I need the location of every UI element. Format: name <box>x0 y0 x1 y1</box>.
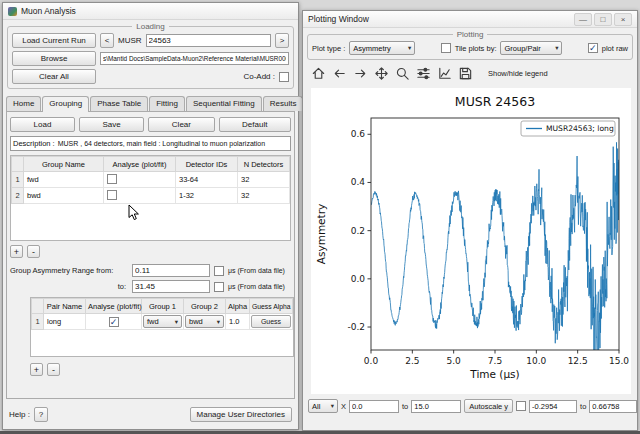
browse-button[interactable]: Browse <box>12 51 96 66</box>
pair-table-row-long[interactable]: 1 long ✓ fwd▾ bwd▾ 1.0 Guess <box>32 314 293 330</box>
detector-ids-cell[interactable]: 33-64 <box>176 172 238 188</box>
pair-table-corner <box>32 299 44 314</box>
tab-results[interactable]: Results <box>263 96 304 111</box>
pair-analyse-checkbox[interactable]: ✓ <box>109 317 119 327</box>
tile-plots-checkbox[interactable] <box>441 43 451 53</box>
run-number-input[interactable] <box>146 34 271 47</box>
desktop: Muon Analysis Loading Load Current Run <… <box>0 0 640 434</box>
back-button[interactable] <box>330 65 349 82</box>
muon-window-titlebar[interactable]: Muon Analysis <box>3 3 298 20</box>
group-name-cell[interactable]: bwd <box>24 188 104 204</box>
svg-text:0.6: 0.6 <box>351 129 366 139</box>
file-path-input[interactable] <box>100 52 289 65</box>
zoom-button[interactable] <box>393 65 412 82</box>
grouping-load-button[interactable]: Load <box>10 117 75 132</box>
row-number: 1 <box>32 314 44 330</box>
next-run-button[interactable]: > <box>275 33 289 48</box>
guess-alpha-button[interactable]: Guess <box>251 315 291 328</box>
axes-options-button[interactable] <box>435 65 454 82</box>
tab-grouping[interactable]: Grouping <box>42 96 89 112</box>
svg-text:0.2: 0.2 <box>351 226 365 236</box>
floppy-save-icon <box>458 66 473 81</box>
tab-sequential-fitting[interactable]: Sequential Fitting <box>186 96 262 111</box>
detector-ids-cell[interactable]: 1-32 <box>176 188 238 204</box>
minimize-icon[interactable]: — <box>574 13 592 26</box>
maximize-icon[interactable]: □ <box>594 13 612 26</box>
group-table-row-fwd[interactable]: 1 fwd 33-64 32 <box>12 172 290 188</box>
subplot-config-button[interactable] <box>414 65 433 82</box>
pair-name-cell[interactable]: long <box>44 314 86 330</box>
pair-group2-dropdown[interactable]: bwd▾ <box>185 315 224 328</box>
co-add-checkbox[interactable] <box>279 72 289 82</box>
plot-type-label: Plot type : <box>312 44 345 53</box>
tab-home[interactable]: Home <box>6 96 41 111</box>
add-pair-button[interactable]: + <box>30 363 43 376</box>
tile-by-dropdown[interactable]: Group/Pair▾ <box>500 41 562 55</box>
forward-button[interactable] <box>351 65 370 82</box>
group-table-header-analyse: Analyse (plot/fit) <box>104 157 176 172</box>
plotting-window-titlebar[interactable]: Plotting Window — □ × <box>303 11 637 28</box>
asymmetry-plot[interactable]: 0.02.55.07.510.012.515.0-0.20.00.20.40.6… <box>311 88 631 394</box>
manage-user-directories-button[interactable]: Manage User Directories <box>190 407 292 422</box>
x-range-label: X <box>341 402 346 411</box>
y-max-input[interactable] <box>589 400 637 413</box>
remove-pair-button[interactable]: - <box>47 363 60 376</box>
plot-scope-dropdown[interactable]: All▾ <box>308 399 338 413</box>
range-from-file-checkbox[interactable] <box>214 266 224 276</box>
svg-text:MUSR 24563: MUSR 24563 <box>455 94 535 109</box>
tile-plots-label: Tile plots by: <box>455 44 497 53</box>
alpha-cell[interactable]: 1.0 <box>226 314 250 330</box>
svg-text:-0.2: -0.2 <box>347 322 365 332</box>
group-table-header-ndet: N Detectors <box>238 157 290 172</box>
plot-type-dropdown[interactable]: Asymmetry▾ <box>349 41 415 55</box>
asymmetry-range-to-input[interactable] <box>132 280 210 293</box>
previous-run-button[interactable]: < <box>100 33 114 48</box>
line-chart-icon <box>437 66 452 81</box>
n-detectors-cell: 32 <box>238 188 290 204</box>
close-icon[interactable]: × <box>614 13 632 26</box>
svg-text:7.5: 7.5 <box>488 356 502 366</box>
grouping-default-button[interactable]: Default <box>219 117 291 132</box>
arrow-right-icon <box>353 66 368 81</box>
save-button[interactable] <box>456 65 475 82</box>
group-table-row-bwd[interactable]: 2 bwd 1-32 32 <box>12 188 290 204</box>
y-to-label: to <box>580 402 586 411</box>
plot-figure: 0.02.55.07.510.012.515.0-0.20.00.20.40.6… <box>311 88 631 394</box>
y-min-input[interactable] <box>529 400 577 413</box>
add-group-button[interactable]: + <box>10 245 23 258</box>
description-label: Description : <box>13 139 55 148</box>
group-name-cell[interactable]: fwd <box>24 172 104 188</box>
autoscale-y-button[interactable]: Autoscale y <box>464 399 513 413</box>
clear-all-button[interactable]: Clear All <box>12 69 96 84</box>
home-button[interactable] <box>309 65 328 82</box>
help-label: Help : <box>9 410 30 419</box>
y-range-checkbox[interactable] <box>516 401 526 411</box>
svg-text:5.0: 5.0 <box>447 356 462 366</box>
range-to-unit-label: μs (From data file) <box>228 283 285 290</box>
instrument-label: MUSR <box>118 36 142 45</box>
range-to-file-checkbox[interactable] <box>214 282 224 292</box>
x-min-input[interactable] <box>349 400 399 413</box>
grouping-save-button[interactable]: Save <box>79 117 144 132</box>
grouping-clear-button[interactable]: Clear <box>148 117 214 132</box>
tab-phase-table[interactable]: Phase Table <box>90 96 148 111</box>
tab-fitting[interactable]: Fitting <box>149 96 185 111</box>
remove-group-button[interactable]: - <box>27 245 40 258</box>
show-hide-legend-button[interactable]: Show/hide legend <box>483 66 553 81</box>
analyse-checkbox[interactable] <box>107 190 117 200</box>
pair-group1-dropdown[interactable]: fwd▾ <box>143 315 182 328</box>
svg-text:2.5: 2.5 <box>405 356 419 366</box>
chevron-down-icon: ▾ <box>175 318 178 326</box>
loading-group-label: Loading <box>132 22 168 31</box>
pan-button[interactable] <box>372 65 391 82</box>
load-current-run-button[interactable]: Load Current Run <box>12 33 96 48</box>
range-from-unit-label: μs (From data file) <box>228 267 285 274</box>
asymmetry-range-from-input[interactable] <box>132 264 210 277</box>
plot-toolbar: Show/hide legend <box>303 60 637 85</box>
plot-raw-checkbox[interactable]: ✓ <box>588 43 598 53</box>
help-button[interactable]: ? <box>34 407 48 422</box>
svg-text:Asymmetry: Asymmetry <box>315 204 327 264</box>
analyse-checkbox[interactable] <box>107 174 117 184</box>
x-max-input[interactable] <box>411 400 461 413</box>
pair-table-header-group2: Group 2 <box>184 299 226 314</box>
